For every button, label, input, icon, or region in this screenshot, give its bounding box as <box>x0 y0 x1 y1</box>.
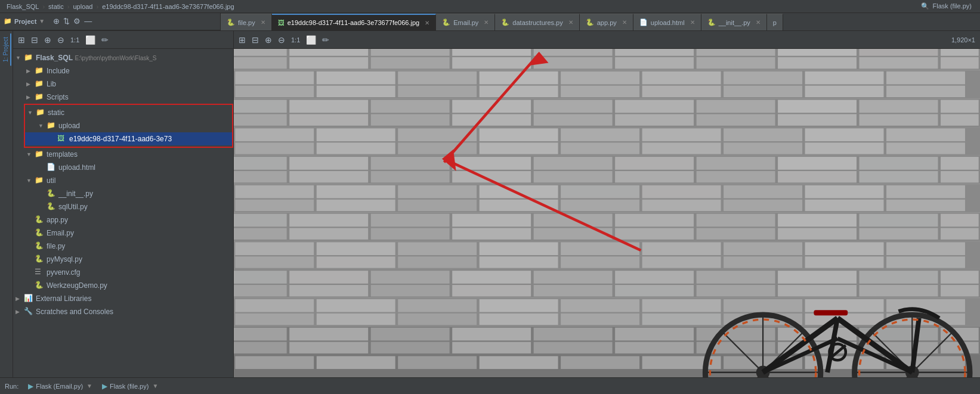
svg-rect-212 <box>480 299 558 312</box>
svg-rect-197 <box>941 271 979 284</box>
tab-email-py-icon: 🐍 <box>442 18 450 26</box>
tree-item-sqlutil-py[interactable]: 🐍 sqlUtil.py <box>13 200 233 213</box>
tree-item-scratches[interactable]: ▶ 🔧 Scratches and Consoles <box>13 305 233 318</box>
tree-item-pyvenv-cfg[interactable]: ☰ pyvenv.cfg <box>13 266 233 279</box>
svg-rect-30 <box>371 49 450 56</box>
tree-item-app-py[interactable]: 🐍 app.py <box>13 213 233 227</box>
tree-item-image[interactable]: 🖼 e19ddc98-d317-4f11-aad6-3e73 <box>25 132 232 145</box>
svg-rect-72 <box>534 100 613 113</box>
view-canvas-icon[interactable]: ⬜ <box>306 35 316 45</box>
tab-file-py-close[interactable]: ✕ <box>261 19 265 26</box>
tree-item-external-libs[interactable]: ▶ 📊 External Libraries <box>13 292 233 305</box>
tab-image-jpg-close[interactable]: ✕ <box>425 20 429 26</box>
tab-datastructures-py[interactable]: 🐍 datastructures.py ✕ <box>495 14 579 30</box>
tree-item-static[interactable]: ▼ 📁 static <box>25 106 232 119</box>
transfer-icon[interactable]: ⇅ <box>63 17 70 26</box>
tab-email-py[interactable]: 🐍 Email.py ✕ <box>436 14 495 30</box>
svg-rect-143 <box>642 200 721 211</box>
tree-item-flask-sql[interactable]: ▼ 📁 Flask_SQL E:\python\pythonWork\Flask… <box>13 51 233 64</box>
svg-rect-105 <box>805 142 884 154</box>
tree-item-pymysql-py[interactable]: 🐍 pyMysql.py <box>13 253 233 266</box>
tab-ds-py-close[interactable]: ✕ <box>568 19 573 26</box>
svg-rect-142 <box>561 200 639 211</box>
svg-rect-194 <box>697 271 775 284</box>
run-item-1-dropdown[interactable]: ▼ <box>86 383 92 389</box>
view-zoom-out-icon[interactable]: ⊖ <box>278 35 285 45</box>
svg-rect-29 <box>289 49 368 56</box>
svg-rect-218 <box>235 314 314 325</box>
svg-rect-171 <box>398 242 477 255</box>
svg-rect-232 <box>534 328 613 341</box>
tree-item-werkzeug-py[interactable]: 🐍 WerkzeugDemo.py <box>13 279 233 292</box>
svg-rect-230 <box>371 328 450 341</box>
view-fit-icon[interactable]: ⊞ <box>239 35 246 45</box>
svg-rect-151 <box>452 214 531 227</box>
svg-rect-252 <box>480 356 558 369</box>
tab-init-py[interactable]: 🐍 __init__.py ✕ <box>701 14 767 30</box>
tree-item-lib[interactable]: ▶ 📁 Lib <box>13 77 233 91</box>
file-icon-image: 🖼 <box>57 134 67 144</box>
settings-icon[interactable]: ⚙ <box>73 17 81 26</box>
svg-rect-138 <box>235 200 314 211</box>
run-item-2-dropdown[interactable]: ▼ <box>152 383 158 389</box>
tab-upload-html[interactable]: 📄 upload.html ✕ <box>633 14 701 30</box>
tree-item-templates[interactable]: ▼ 📁 templates <box>13 148 233 161</box>
tree-item-upload-html[interactable]: 📄 upload.html <box>13 161 233 174</box>
run-item-2[interactable]: ▶ Flask (file.py) ▼ <box>102 382 158 390</box>
file-icon-email-py: 🐍 <box>35 228 44 238</box>
svg-rect-223 <box>642 314 721 325</box>
svg-rect-49 <box>235 72 314 85</box>
dropdown-arrow[interactable]: ▼ <box>39 18 45 24</box>
svg-rect-163 <box>615 228 694 240</box>
tree-item-upload[interactable]: ▼ 📁 upload <box>25 119 232 132</box>
view-edit-icon[interactable]: ✏ <box>322 35 329 45</box>
tab-email-py-close[interactable]: ✕ <box>484 19 489 26</box>
svg-rect-104 <box>724 142 802 154</box>
tree-item-include[interactable]: ▶ 📁 Include <box>13 64 233 77</box>
tab-image-jpg[interactable]: 🖼 e19ddc98-d317-4f11-aad6-3e73677fe066.j… <box>272 14 436 30</box>
tab-app-py-close[interactable]: ✕ <box>622 19 627 26</box>
tree-item-scripts[interactable]: ▶ 📁 Scripts <box>13 91 233 104</box>
tree-item-email-py[interactable]: 🐍 Email.py <box>13 227 233 240</box>
v-tab-project[interactable]: 1: Project <box>1 33 11 66</box>
canvas-icon[interactable]: ⬜ <box>85 35 95 45</box>
view-actual-size-icon[interactable]: 1:1 <box>291 36 300 44</box>
run-item-1[interactable]: ▶ Flask (Email.py) ▼ <box>28 382 92 390</box>
svg-rect-115 <box>778 157 857 170</box>
svg-rect-106 <box>886 142 965 154</box>
minimize-icon[interactable]: — <box>84 17 92 26</box>
add-icon[interactable]: ⊕ <box>53 17 60 26</box>
tab-html-close[interactable]: ✕ <box>690 19 695 26</box>
arrow-include: ▶ <box>26 68 35 74</box>
svg-rect-96 <box>805 128 884 141</box>
actual-size-icon[interactable]: 1:1 <box>70 36 79 44</box>
folder-icon-util: 📁 <box>35 176 44 185</box>
svg-rect-122 <box>534 171 613 182</box>
grid-icon[interactable]: ⊟ <box>31 35 38 45</box>
tab-more[interactable]: p <box>767 14 783 30</box>
svg-rect-94 <box>642 128 721 141</box>
tab-init-py-close[interactable]: ✕ <box>756 19 760 26</box>
view-grid-icon[interactable]: ⊟ <box>252 35 259 45</box>
svg-rect-155 <box>778 214 857 227</box>
svg-rect-75 <box>778 100 857 113</box>
tree-item-file-py[interactable]: 🐍 file.py <box>13 240 233 253</box>
fit-icon[interactable]: ⊞ <box>18 35 25 45</box>
tree-item-init-py[interactable]: 🐍 __init__.py <box>13 187 233 200</box>
tab-file-py[interactable]: 🐍 file.py ✕ <box>221 14 272 30</box>
svg-rect-41 <box>452 57 531 69</box>
tab-app-py[interactable]: 🐍 app.py ✕ <box>580 14 633 30</box>
svg-rect-144 <box>724 200 802 211</box>
zoom-out-icon[interactable]: ⊖ <box>57 35 64 45</box>
tree-item-util[interactable]: ▼ 📁 util <box>13 174 233 187</box>
edit-icon[interactable]: ✏ <box>101 35 109 45</box>
image-canvas: http://blog.kartonv.com/200305... <box>234 49 980 377</box>
svg-rect-253 <box>561 356 639 369</box>
tabs-container: 🐍 file.py ✕ 🖼 e19ddc98-d317-4f11-aad6-3e… <box>221 14 980 30</box>
svg-rect-65 <box>805 86 884 97</box>
svg-rect-219 <box>317 314 395 325</box>
zoom-in-icon[interactable]: ⊕ <box>44 35 51 45</box>
view-zoom-in-icon[interactable]: ⊕ <box>265 35 272 45</box>
image-viewer: ⊞ ⊟ ⊕ ⊖ 1:1 ⬜ ✏ 1,920×1 <box>234 31 980 377</box>
file-icon-file-py: 🐍 <box>35 241 44 251</box>
